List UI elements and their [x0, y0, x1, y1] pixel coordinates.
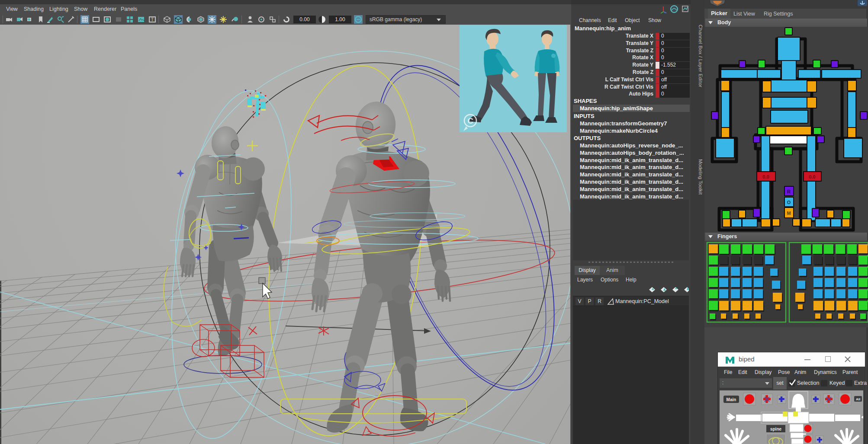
- svg-text:O: O: [787, 200, 791, 205]
- svg-text:Main: Main: [727, 397, 736, 402]
- svg-text:0.0: 0.0: [762, 174, 769, 179]
- svg-text:R: R: [787, 189, 791, 194]
- svg-text:0.0: 0.0: [809, 174, 815, 179]
- svg-text:C: C: [467, 116, 473, 125]
- svg-text:All: All: [856, 397, 860, 401]
- svg-text:spine: spine: [770, 427, 782, 431]
- svg-text:T: T: [151, 17, 154, 22]
- svg-text:M: M: [787, 211, 791, 216]
